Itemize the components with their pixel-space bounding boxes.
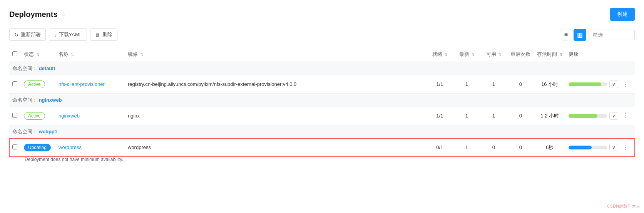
redeploy-label: 重新部署	[21, 31, 41, 38]
ready-sort-icon: ⇅	[444, 52, 447, 57]
row-checkbox[interactable]	[12, 81, 17, 86]
row-image-cell: wordpress	[125, 138, 426, 157]
create-button[interactable]: 创建	[610, 8, 635, 21]
row-uptime-cell: 1.2 小时	[534, 107, 565, 125]
warning-cell: Deployment does not have minimum availab…	[9, 157, 635, 163]
row-restarts-cell: 0	[507, 75, 534, 94]
health-chevron-button[interactable]: ∨	[609, 144, 618, 151]
namespace-value: nginxweb	[39, 97, 62, 103]
row-name-link[interactable]: nginxweb	[59, 113, 80, 119]
download-yaml-button[interactable]: ↓ 下载YAML	[49, 29, 87, 41]
image-sort-icon: ⇅	[140, 52, 143, 57]
health-bar-container: ∨ ⋮	[569, 111, 632, 120]
grid-view-icon: ▦	[577, 31, 583, 39]
row-name-link[interactable]: wordpress	[59, 144, 82, 150]
namespace-row: 命名空间： webpp1	[9, 125, 635, 139]
latest-sort-icon: ⇅	[471, 52, 474, 57]
row-status-cell: Active	[21, 107, 55, 125]
health-bar-wrap	[569, 114, 607, 118]
health-chevron-button[interactable]: ∨	[609, 112, 618, 120]
health-chevron-button[interactable]: ∨	[609, 81, 618, 88]
col-restarts: 重启次数	[507, 47, 534, 62]
table-row: Updating wordpress wordpress 0/1 1 0 0 6…	[9, 138, 635, 157]
download-yaml-label: 下载YAML	[59, 31, 82, 38]
namespace-cell: 命名空间： webpp1	[9, 125, 635, 139]
table-row: Active nfs-client-provisioner registry.c…	[9, 75, 635, 94]
row-name-link[interactable]: nfs-client-provisioner	[59, 81, 105, 87]
row-health-cell: ∨ ⋮	[565, 75, 635, 94]
row-ready-cell: 0/1	[426, 138, 453, 157]
col-image[interactable]: 镜像 ⇅	[125, 47, 426, 62]
col-latest[interactable]: 最新 ⇅	[453, 47, 480, 62]
row-available-cell: 0	[480, 138, 507, 157]
col-uptime[interactable]: 存活时间 ⇅	[534, 47, 565, 62]
page-title: Deployments	[9, 10, 58, 19]
row-available-cell: 1	[480, 107, 507, 125]
row-health-cell: ∨ ⋮	[565, 107, 635, 125]
row-ready-cell: 1/1	[426, 75, 453, 94]
delete-label: 删除	[102, 31, 112, 38]
col-name[interactable]: 名称 ⇅	[55, 47, 125, 62]
row-latest-cell: 1	[453, 138, 480, 157]
status-badge: Active	[24, 112, 45, 120]
select-all-checkbox[interactable]	[12, 51, 17, 56]
toolbar-left: ↻ 重新部署 ↓ 下载YAML 🗑 删除	[9, 29, 117, 41]
namespace-row: 命名空间： nginxweb	[9, 94, 635, 107]
row-image-cell: nginx	[125, 107, 426, 125]
row-image-value: nginx	[128, 113, 140, 119]
col-status[interactable]: 状态 ⇅	[21, 47, 55, 62]
row-name-cell: nginxweb	[55, 107, 125, 125]
health-bar-wrap	[569, 82, 607, 86]
toolbar: ↻ 重新部署 ↓ 下载YAML 🗑 删除 ≡ ▦	[9, 29, 635, 41]
row-health-cell: ∨ ⋮	[565, 138, 635, 157]
table-header: 状态 ⇅ 名称 ⇅ 镜像 ⇅ 就绪 ⇅ 最新 ⇅ 可用 ⇅	[9, 47, 635, 62]
row-checkbox[interactable]	[12, 144, 17, 149]
row-latest-cell: 1	[453, 75, 480, 94]
health-bar	[569, 82, 601, 86]
list-view-button[interactable]: ≡	[561, 29, 571, 40]
delete-button[interactable]: 🗑 删除	[90, 29, 117, 41]
row-image-value: wordpress	[128, 144, 151, 150]
namespace-value: default	[39, 65, 55, 71]
watermark: CSDN@慧闻大夫	[607, 203, 640, 209]
health-bar-wrap	[569, 146, 607, 149]
toolbar-right: ≡ ▦	[561, 29, 635, 41]
row-more-button[interactable]: ⋮	[621, 111, 630, 120]
row-uptime-cell: 16 小时	[534, 75, 565, 94]
col-ready[interactable]: 就绪 ⇅	[426, 47, 453, 62]
health-bar	[569, 146, 592, 149]
available-sort-icon: ⇅	[498, 52, 501, 57]
row-checkbox[interactable]	[12, 113, 17, 118]
health-bar-container: ∨ ⋮	[569, 80, 632, 89]
namespace-row: 命名空间： default	[9, 62, 635, 75]
row-restarts-cell: 0	[507, 107, 534, 125]
namespace-label: 命名空间：	[12, 65, 37, 71]
table-row: Active nginxweb nginx 1/1 1 1 0 1.2 小时 ∨…	[9, 107, 635, 125]
row-more-button[interactable]: ⋮	[621, 80, 630, 89]
redeploy-button[interactable]: ↻ 重新部署	[9, 29, 46, 41]
refresh-icon: ↻	[14, 32, 18, 38]
health-bar-container: ∨ ⋮	[569, 143, 632, 152]
row-image-cell: registry.cn-beijing.aliyuncs.com/pylixm/…	[125, 75, 426, 94]
row-image-value: registry.cn-beijing.aliyuncs.com/pylixm/…	[128, 81, 296, 87]
filter-input[interactable]	[589, 30, 635, 40]
row-name-cell: wordpress	[55, 138, 125, 157]
row-ready-cell: 1/1	[426, 107, 453, 125]
page-header-left: Deployments ☆	[9, 10, 66, 19]
namespace-cell: 命名空间： default	[9, 62, 635, 75]
table: 状态 ⇅ 名称 ⇅ 镜像 ⇅ 就绪 ⇅ 最新 ⇅ 可用 ⇅	[9, 47, 635, 162]
star-icon[interactable]: ☆	[61, 11, 66, 18]
grid-view-button[interactable]: ▦	[574, 29, 586, 41]
row-available-cell: 1	[480, 75, 507, 94]
row-more-button[interactable]: ⋮	[621, 143, 630, 152]
trash-icon: 🗑	[95, 32, 100, 38]
warning-row: Deployment does not have minimum availab…	[9, 157, 635, 163]
row-checkbox-cell	[9, 107, 21, 125]
col-available[interactable]: 可用 ⇅	[480, 47, 507, 62]
page-wrapper: Deployments ☆ 创建 ↻ 重新部署 ↓ 下载YAML 🗑 删除 ≡	[0, 0, 644, 213]
row-status-cell: Updating	[21, 138, 55, 157]
namespace-value: webpp1	[39, 129, 57, 134]
uptime-sort-icon: ⇅	[559, 52, 562, 57]
row-status-cell: Active	[21, 75, 55, 94]
status-badge: Active	[24, 81, 45, 88]
